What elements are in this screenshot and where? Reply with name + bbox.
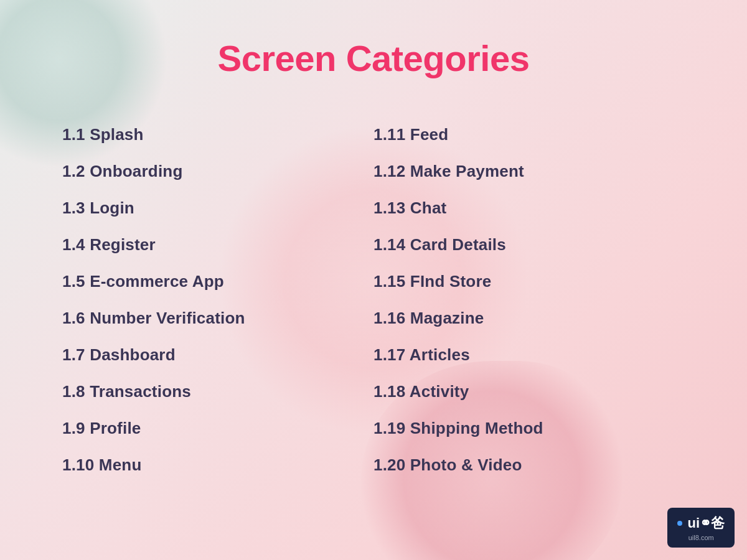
left-column: 1.1 Splash1.2 Onboarding1.3 Login1.4 Reg… [62,116,374,483]
left-item-1.7: 1.7 Dashboard [62,337,374,373]
right-item-1.16: 1.16 Magazine [374,300,685,337]
right-item-1.12: 1.12 Make Payment [374,153,685,190]
categories-grid: 1.1 Splash1.2 Onboarding1.3 Login1.4 Reg… [62,116,685,483]
watermark-url: uil8.com [688,534,714,541]
watermark-brand: ui⚭爸 [677,514,725,533]
right-item-1.20: 1.20 Photo & Video [374,447,685,483]
right-column: 1.11 Feed1.12 Make Payment1.13 Chat1.14 … [374,116,685,483]
right-item-1.15: 1.15 FInd Store [374,263,685,300]
watermark-dot [677,521,682,526]
left-item-1.10: 1.10 Menu [62,447,374,483]
left-item-1.4: 1.4 Register [62,226,374,263]
page-title: Screen Categories [218,37,530,79]
right-item-1.17: 1.17 Articles [374,337,685,373]
right-item-1.11: 1.11 Feed [374,116,685,153]
watermark: ui⚭爸 uil8.com [667,508,735,548]
right-item-1.14: 1.14 Card Details [374,226,685,263]
left-item-1.8: 1.8 Transactions [62,373,374,410]
right-item-1.13: 1.13 Chat [374,190,685,226]
watermark-text: ui⚭爸 [687,514,725,533]
left-item-1.3: 1.3 Login [62,190,374,226]
right-item-1.18: 1.18 Activity [374,373,685,410]
left-item-1.9: 1.9 Profile [62,410,374,447]
left-item-1.2: 1.2 Onboarding [62,153,374,190]
left-item-1.1: 1.1 Splash [62,116,374,153]
main-content: Screen Categories 1.1 Splash1.2 Onboardi… [0,0,747,560]
left-item-1.5: 1.5 E-commerce App [62,263,374,300]
left-item-1.6: 1.6 Number Verification [62,300,374,337]
right-item-1.19: 1.19 Shipping Method [374,410,685,447]
